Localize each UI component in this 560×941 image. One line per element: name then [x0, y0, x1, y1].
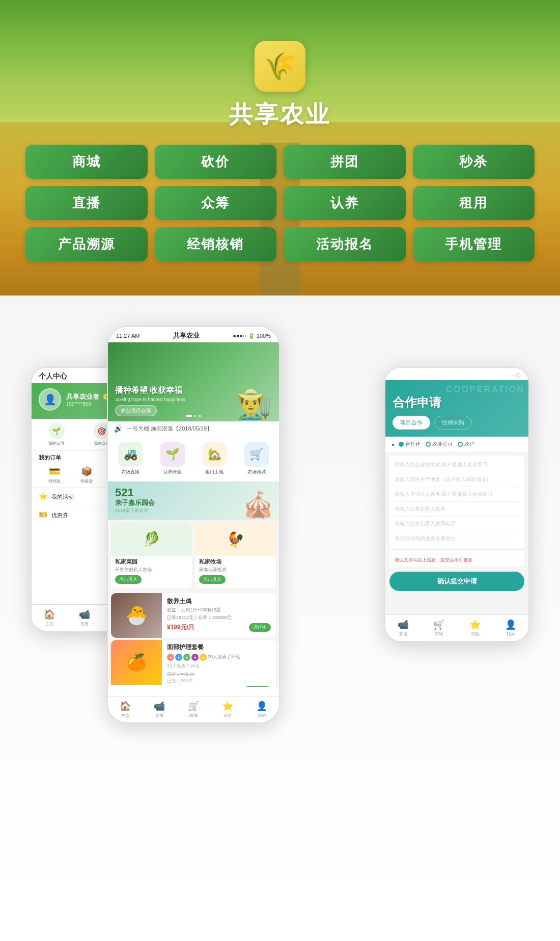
- nav-icon: ⭐: [222, 701, 233, 712]
- category-label: 农场商城: [247, 469, 266, 475]
- product-card-btn[interactable]: 点击进入: [199, 575, 226, 584]
- coop-submit-btn[interactable]: 确认提交申请: [389, 572, 524, 591]
- category-item[interactable]: 🏡 租用土地: [194, 440, 235, 477]
- nav-item-直播[interactable]: 📹直播: [142, 701, 176, 718]
- form-field-placeholder: 请输入企业法人姓名/农户直播输入姓名即可: [395, 491, 519, 498]
- order-icon-item[interactable]: 📦待发货: [80, 466, 93, 484]
- product-card[interactable]: 🐓 私家牧场 家禽认养投资 点击进入: [195, 523, 276, 588]
- phones-section: 个人中心 ··· 👤 共享农业者 V 150****858: [0, 295, 560, 907]
- right-nav-item[interactable]: 🛒商城: [421, 619, 457, 637]
- feature-btn-adopt[interactable]: 认养: [284, 186, 406, 220]
- seckill-comment: 20人发表了评论: [167, 663, 271, 669]
- category-item[interactable]: 🛒 农场商城: [236, 440, 277, 477]
- category-icon: 🚜: [118, 442, 143, 467]
- nav-label: 乐游: [223, 713, 232, 718]
- coop-tab[interactable]: 项目合作: [393, 416, 430, 429]
- activity-banner: 521 亲子嘉乐园会 2018亲子嘉年华 🎪: [108, 481, 279, 520]
- order-icon-item[interactable]: 💳待付款: [48, 466, 61, 484]
- form-field[interactable]: 请输入业务负责人联系电话: [395, 517, 519, 531]
- product-row: 🥬 私家菜园 开垦你的私人农场 点击进入 🐓 私家牧场 家禽认养投资 点击进入: [108, 520, 279, 591]
- coop-type[interactable]: 农业公司: [426, 441, 453, 448]
- product-card[interactable]: 🥬 私家菜园 开垦你的私人农场 点击进入: [111, 523, 192, 588]
- coop-type[interactable]: 合作社: [399, 441, 421, 448]
- crowdfund-status[interactable]: 进行中: [249, 623, 271, 632]
- avatar-dot: ●: [191, 654, 199, 661]
- menu-label: 优惠券: [51, 512, 68, 518]
- feature-btn-live[interactable]: 直播: [25, 186, 148, 220]
- form-field[interactable]: 请您填写您的业务发展地址: [395, 531, 519, 546]
- seckill-btn[interactable]: 立即抢购: [244, 686, 271, 687]
- seckill-orig-price: 原价：¥98.00: [167, 671, 195, 678]
- right-nav-item[interactable]: ⭐乐游: [457, 619, 493, 637]
- phone-center: 11:27 AM 共享农业 ●●●○ 🔋 100% 播种希望 收获幸福 Sowi…: [107, 326, 280, 723]
- feature-btn-trace[interactable]: 产品溯源: [25, 227, 148, 261]
- order-label: 待发货: [80, 478, 93, 484]
- product-card-title: 私家菜园: [111, 556, 192, 567]
- nav-item-乐游[interactable]: ⭐乐游: [211, 701, 245, 718]
- nav-label: 我的: [258, 713, 266, 718]
- right-phone-nav: 📹直播🛒商城⭐乐游👤我的: [385, 614, 528, 641]
- product-card-btn[interactable]: 点击进入: [115, 575, 142, 584]
- form-field[interactable]: 请输入企业法人姓名/农户直播输入姓名即可: [395, 487, 519, 502]
- news-icon: 🔊: [114, 424, 123, 433]
- form-field[interactable]: 请输入项目生产地址（农户输入家庭地址）: [395, 472, 519, 487]
- banner-btn[interactable]: 农业项目众筹: [115, 405, 157, 416]
- feature-btn-bargain[interactable]: 砍价: [155, 145, 277, 179]
- coop-type[interactable]: 农户: [458, 441, 474, 448]
- center-content: 播种希望 收获幸福 Sowing hope to harvest happine…: [108, 342, 279, 687]
- seckill-info: 面部护理套餐 ●●●●●20人发表了评论 20人发表了评论 原价：¥98.00 …: [162, 640, 276, 687]
- feature-btn-rent[interactable]: 租用: [413, 186, 535, 220]
- right-content: ···⊙ COOPERATION 合作申请 项目合作经销采购 ● 合作社农业公司…: [385, 368, 528, 641]
- nav-icon: ⭐: [469, 619, 481, 630]
- nav-icon: 📹: [398, 619, 409, 630]
- form-field[interactable]: 请输入业务负责人姓名: [395, 502, 519, 517]
- category-icon: 🏡: [202, 442, 227, 467]
- activity-number: 521: [115, 487, 155, 498]
- feature-btn-crowd[interactable]: 众筹: [155, 186, 277, 220]
- user-avatar: 👤: [39, 388, 61, 411]
- order-title-label: 我的订单: [39, 454, 61, 462]
- category-item[interactable]: 🚜 农场直播: [110, 440, 151, 477]
- feature-btn-event[interactable]: 活动报名: [284, 227, 406, 261]
- center-phone-nav: 🏠主页📹直播🛒商城⭐乐游👤我的: [108, 696, 279, 722]
- left-nav-item[interactable]: 📹直播: [67, 609, 102, 627]
- nav-icon: 👤: [505, 619, 516, 630]
- nav-item-我的[interactable]: 👤我的: [245, 701, 279, 718]
- feature-btn-dealer[interactable]: 经销核销: [155, 227, 277, 261]
- category-icon: 🛒: [244, 442, 269, 467]
- form-field-placeholder: 请输入您企业的名称/农户直播人姓名即可: [395, 461, 519, 468]
- feature-btn-group[interactable]: 拼团: [284, 145, 406, 179]
- nav-label: 我的: [507, 631, 515, 637]
- radio-dot: [458, 442, 463, 447]
- activity-title: 亲子嘉乐园会: [115, 498, 155, 507]
- nav-icon: 📹: [79, 609, 90, 620]
- right-nav-item[interactable]: 📹直播: [385, 619, 421, 637]
- product-card-img: 🥬: [111, 523, 192, 556]
- banner-farmer: 👨‍🌾: [236, 388, 272, 421]
- phone-right: ···⊙ COOPERATION 合作申请 项目合作经销采购 ● 合作社农业公司…: [384, 367, 529, 642]
- feature-btn-mall[interactable]: 商城: [25, 145, 148, 179]
- quick-action[interactable]: 🌱我的认养: [48, 423, 65, 446]
- crowdfund-item: 🐣 散养土鸡 收益：土鸡1只+100枚鸡蛋 已筹26212元｜众筹：100000…: [111, 593, 276, 638]
- avatar-dot: ●: [167, 654, 174, 661]
- crowdfund-img: 🐣: [111, 593, 162, 638]
- news-text: 一号大棚 施肥澄溉【2018/05/19】: [127, 425, 212, 433]
- nav-item-主页[interactable]: 🏠主页: [108, 701, 142, 718]
- crowdfund-info: 散养土鸡 收益：土鸡1只+100枚鸡蛋 已筹26212元｜众筹：100000元 …: [162, 593, 276, 638]
- form-field[interactable]: 请输入您企业的名称/农户直播人姓名即可: [395, 458, 519, 472]
- right-nav-item[interactable]: 👤我的: [493, 619, 528, 637]
- left-nav-item[interactable]: 🏠主页: [32, 609, 67, 627]
- category-item[interactable]: 🌱 认养庄园: [152, 440, 193, 477]
- radio-dot: [399, 442, 404, 447]
- feature-btn-manage[interactable]: 手机管理: [413, 227, 535, 261]
- coop-tab[interactable]: 经销采购: [434, 416, 472, 429]
- status-battery: ●●●○ 🔋 100%: [233, 333, 271, 339]
- seckill-item: 🍊 面部护理套餐 ●●●●●20人发表了评论 20人发表了评论 原价：¥98.0…: [111, 640, 276, 687]
- nav-item-商城[interactable]: 🛒商城: [176, 701, 210, 718]
- feature-btn-flash[interactable]: 秒杀: [413, 145, 535, 179]
- product-card-sub: 家禽认养投资: [195, 567, 276, 573]
- banner-main-text: 播种希望 收获幸福: [115, 385, 185, 396]
- status-title: 共享农业: [173, 331, 200, 340]
- avatar-dot: ●: [200, 654, 207, 661]
- seckill-avatars: ●●●●●20人发表了评论: [167, 654, 271, 661]
